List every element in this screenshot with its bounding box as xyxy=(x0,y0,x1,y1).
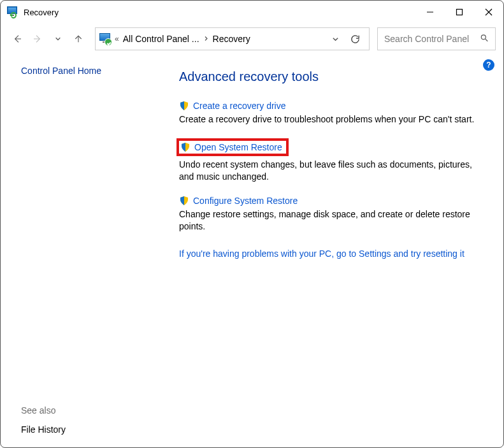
minimize-button[interactable] xyxy=(415,2,445,22)
breadcrumb-overflow-icon[interactable]: « xyxy=(115,34,119,43)
page-heading: Advanced recovery tools xyxy=(179,69,487,84)
address-dropdown-button[interactable] xyxy=(329,36,341,43)
maximize-button[interactable] xyxy=(445,2,474,22)
close-button[interactable] xyxy=(474,2,503,22)
title-bar: Recovery xyxy=(1,1,503,24)
tool-open-system-restore: Open System Restore Undo recent system c… xyxy=(179,138,487,183)
svg-point-6 xyxy=(481,35,486,40)
control-panel-home-link[interactable]: Control Panel Home xyxy=(21,66,165,76)
shield-icon xyxy=(179,101,189,111)
window-controls xyxy=(415,2,503,22)
content-area: ? Control Panel Home See also File Histo… xyxy=(1,54,503,447)
search-input[interactable] xyxy=(383,33,490,45)
configure-system-restore-link[interactable]: Configure System Restore xyxy=(193,196,298,206)
see-also-section: See also File History xyxy=(21,405,165,437)
tool-create-recovery-drive: Create a recovery drive Create a recover… xyxy=(179,101,487,126)
open-system-restore-link[interactable]: Open System Restore xyxy=(194,142,282,152)
search-box[interactable] xyxy=(377,27,496,50)
open-system-restore-desc: Undo recent system changes, but leave fi… xyxy=(179,159,487,183)
up-button[interactable] xyxy=(69,30,87,48)
chevron-right-icon[interactable] xyxy=(203,35,209,43)
sidebar: Control Panel Home See also File History xyxy=(1,54,165,447)
back-button[interactable] xyxy=(8,30,26,48)
create-recovery-drive-desc: Create a recovery drive to troubleshoot … xyxy=(179,113,487,126)
tool-configure-system-restore: Configure System Restore Change restore … xyxy=(179,196,487,233)
svg-line-7 xyxy=(486,39,488,41)
create-recovery-drive-link[interactable]: Create a recovery drive xyxy=(193,101,286,111)
window-title: Recovery xyxy=(24,8,59,17)
forward-button[interactable] xyxy=(29,30,47,48)
svg-rect-1 xyxy=(457,10,463,15)
main-panel: Advanced recovery tools Create a recover… xyxy=(165,54,503,447)
configure-system-restore-desc: Change restore settings, manage disk spa… xyxy=(179,208,487,233)
highlight-annotation: Open System Restore xyxy=(176,138,289,156)
help-button[interactable]: ? xyxy=(483,59,494,71)
reset-pc-hint: If you're having problems with your PC, … xyxy=(179,249,487,259)
see-also-header: See also xyxy=(21,405,165,415)
breadcrumb-segment-recovery[interactable]: Recovery xyxy=(213,34,250,44)
refresh-button[interactable] xyxy=(345,29,365,48)
recent-locations-button[interactable] xyxy=(49,30,67,48)
breadcrumb-segment-all-control-panel[interactable]: All Control Panel ... xyxy=(123,34,199,44)
recovery-app-icon xyxy=(7,6,18,18)
reset-pc-link[interactable]: If you're having problems with your PC, … xyxy=(179,249,464,259)
search-icon xyxy=(480,34,489,45)
file-history-link[interactable]: File History xyxy=(21,424,66,435)
control-panel-icon xyxy=(99,33,111,45)
shield-icon xyxy=(180,142,191,152)
shield-icon xyxy=(179,196,189,206)
address-bar[interactable]: « All Control Panel ... Recovery xyxy=(95,27,370,50)
navigation-bar: « All Control Panel ... Recovery xyxy=(1,24,503,54)
